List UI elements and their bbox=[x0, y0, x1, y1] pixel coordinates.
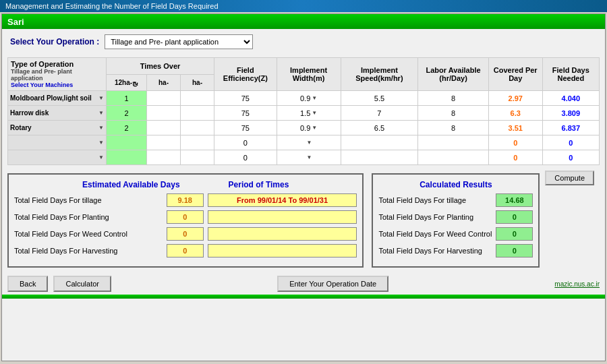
calc-label-1: Total Field Days For tillage bbox=[378, 196, 492, 204]
period-val-3 bbox=[208, 227, 357, 241]
est-val-4: 0 bbox=[167, 244, 204, 257]
impwidth-dd3[interactable]: ▼ bbox=[312, 125, 317, 131]
covered-row5: 0 bbox=[513, 154, 517, 162]
estimated-days-title: Estimated Available Days bbox=[82, 180, 180, 189]
machine-dropdown-5[interactable]: ▼ bbox=[98, 154, 104, 160]
period-val-1: From 99/01/14 To 99/01/31 bbox=[208, 193, 357, 207]
table-row: Harrow disk ▼ 2 75 1.5 ▼ 7 bbox=[8, 106, 600, 121]
impspeed-row3: 6.5 bbox=[374, 124, 384, 132]
fieldeff-row5: 0 bbox=[243, 154, 248, 162]
calc-val-3: 0 bbox=[496, 227, 533, 241]
est-label-1: Total Field Days For tillage bbox=[14, 196, 163, 204]
labor-row3: 8 bbox=[451, 124, 455, 132]
col-header-implement-speed: Implement Speed(km/hr) bbox=[341, 58, 418, 91]
table-row: ▼ 0 ▼ 0 0 bbox=[8, 150, 600, 165]
calc-label-2: Total Field Days For Planting bbox=[378, 213, 492, 221]
fielddays-row5: 0 bbox=[569, 154, 573, 162]
col-header-covered: Covered Per Day bbox=[488, 58, 542, 91]
col-header-times-over: Times Over bbox=[107, 58, 214, 75]
website-link[interactable]: mazic.nus.ac.ir bbox=[554, 280, 600, 288]
calc-val-1: 14.68 bbox=[496, 193, 533, 207]
covered-row2: 6.3 bbox=[511, 109, 521, 117]
machine-dropdown-3[interactable]: ▼ bbox=[98, 125, 104, 131]
est-val-1: 9.18 bbox=[167, 193, 204, 207]
fieldeff-row4: 0 bbox=[243, 139, 248, 147]
est-label-2: Total Field Days For Planting bbox=[14, 213, 163, 221]
impspeed-row1: 5.5 bbox=[374, 94, 384, 102]
fieldeff-row1: 75 bbox=[241, 94, 250, 102]
fielddays-row4: 0 bbox=[569, 139, 573, 147]
fielddays-row1: 4.040 bbox=[562, 94, 581, 102]
covered-row4: 0 bbox=[513, 139, 517, 147]
impwidth-dd5[interactable]: ▼ bbox=[307, 154, 312, 160]
est-val-2: 0 bbox=[167, 210, 204, 224]
impspeed-row2: 7 bbox=[377, 109, 381, 117]
calc-val-2: 0 bbox=[496, 210, 533, 224]
machine-name-2: Harrow disk bbox=[10, 109, 98, 117]
col-subheader-times-2: ha- bbox=[147, 75, 181, 91]
impwidth-row2: 1.5 bbox=[300, 109, 310, 117]
operation-dropdown[interactable]: Tillage and Pre- plant application Plant… bbox=[105, 34, 253, 49]
machine-dropdown-2[interactable]: ▼ bbox=[98, 110, 104, 116]
calc-results-title: Calculated Results bbox=[378, 180, 533, 189]
machine-name-1: Moldboard Plow,light soil bbox=[10, 94, 98, 102]
title-bar-text: Management and Estimating the Number of … bbox=[5, 2, 219, 10]
col-header-field-efficiency: Field Efficiency(Ζ) bbox=[214, 58, 277, 91]
calc-val-4: 0 bbox=[496, 244, 533, 257]
period-val-4 bbox=[208, 244, 357, 257]
col-header-type-of-operation: Type of Operation bbox=[11, 60, 103, 68]
app-title: Sari bbox=[7, 17, 24, 27]
back-button[interactable]: Back bbox=[7, 276, 48, 292]
est-label-3: Total Field Days For Weed Control bbox=[14, 230, 163, 238]
operation-select-label: Select Your Operation : bbox=[10, 37, 99, 47]
machine-dropdown-1[interactable]: ▼ bbox=[98, 95, 104, 101]
calc-label-4: Total Field Days For Harvesting bbox=[378, 247, 492, 255]
calc-label-3: Total Field Days For Weed Control bbox=[378, 230, 492, 238]
labor-row2: 8 bbox=[451, 109, 455, 117]
fielddays-row2: 3.809 bbox=[562, 109, 581, 117]
machine-name-3: Rotary bbox=[10, 124, 98, 131]
times1-row2: 2 bbox=[124, 109, 128, 117]
machine-dropdown-4[interactable]: ▼ bbox=[98, 140, 104, 146]
calculator-button[interactable]: Calculator bbox=[53, 276, 111, 292]
times1-row1: 1 bbox=[124, 94, 128, 102]
table-row: Rotary ▼ 2 75 0.9 ▼ 6.5 bbox=[8, 121, 600, 135]
covered-row1: 2.97 bbox=[509, 94, 523, 102]
col-subheader-times-3: ha- bbox=[181, 75, 214, 91]
compute-button[interactable]: Compute bbox=[545, 171, 594, 185]
col-header-field-days: Field Days Needed bbox=[542, 58, 599, 91]
col-header-implement-width: Implement Width(m) bbox=[277, 58, 341, 91]
col-header-labor: Labor Available (hr/Day) bbox=[418, 58, 488, 91]
est-label-4: Total Field Days For Harvesting bbox=[14, 247, 163, 255]
covered-row3: 3.51 bbox=[509, 124, 523, 132]
enter-date-button[interactable]: Enter Your Operation Date bbox=[277, 276, 388, 292]
impwidth-row1: 0.9 bbox=[300, 94, 310, 102]
impwidth-row3: 0.9 bbox=[300, 124, 310, 132]
fieldeff-row2: 75 bbox=[241, 109, 250, 117]
impwidth-dd4[interactable]: ▼ bbox=[307, 140, 312, 146]
impwidth-dd1[interactable]: ▼ bbox=[312, 95, 317, 101]
table-row: Moldboard Plow,light soil ▼ 1 75 0.9 ▼ bbox=[8, 91, 600, 106]
period-times-title: Period of Times bbox=[229, 180, 289, 189]
col-header-type-sub2: Select Your Machines bbox=[11, 82, 103, 88]
labor-row1: 8 bbox=[451, 94, 455, 102]
table-row: ▼ 0 ▼ 0 0 bbox=[8, 135, 600, 150]
period-val-2 bbox=[208, 210, 357, 224]
est-val-3: 0 bbox=[167, 227, 204, 241]
impwidth-dd2[interactable]: ▼ bbox=[312, 110, 317, 116]
fielddays-row3: 6.837 bbox=[562, 124, 581, 132]
col-header-type-sub: Tillage and Pre- plant application bbox=[11, 68, 103, 82]
times1-row3: 2 bbox=[124, 124, 128, 132]
col-subheader-times-1: 12ha-بج bbox=[107, 75, 147, 91]
fieldeff-row3: 75 bbox=[241, 124, 250, 132]
